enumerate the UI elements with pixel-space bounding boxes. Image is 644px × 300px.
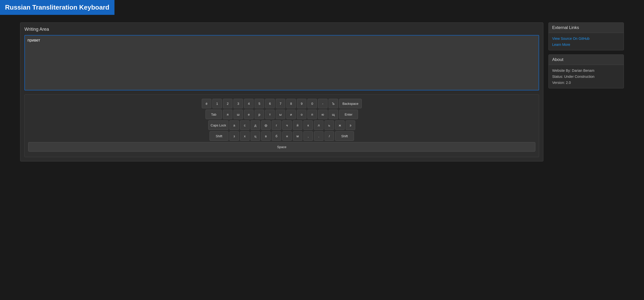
about-panel: About Website By: Darian Benam Status: U… (548, 54, 624, 88)
key-2[interactable]: 2 (223, 99, 232, 108)
keyboard-row-2: Tab я ш е р т ы и о п ю щ Enter (28, 110, 535, 119)
key-pe[interactable]: п (307, 110, 317, 119)
keyboard-area: ё 1 2 3 4 5 6 7 8 9 0 - Ъ Backspace Tab … (24, 94, 539, 157)
key-i[interactable]: и (286, 110, 296, 119)
key-che[interactable]: ч (282, 120, 292, 130)
key-yo[interactable]: ё (202, 99, 211, 108)
key-ye[interactable]: е (244, 110, 254, 119)
learn-more-link[interactable]: Learn More (552, 43, 620, 47)
key-yu[interactable]: ю (318, 110, 328, 119)
key-4[interactable]: 4 (244, 99, 254, 108)
key-en[interactable]: н (282, 131, 292, 141)
key-ya[interactable]: я (223, 110, 232, 119)
key-ze[interactable]: з (229, 131, 239, 141)
key-be[interactable]: б (272, 131, 281, 141)
key-slash[interactable]: / (325, 131, 334, 141)
key-9[interactable]: 9 (297, 99, 306, 108)
writing-textarea[interactable]: привет (24, 35, 539, 90)
key-zhe[interactable]: ж (335, 120, 345, 130)
key-tab[interactable]: Tab (206, 110, 222, 119)
key-period[interactable]: . (314, 131, 324, 141)
key-sha[interactable]: ш (233, 110, 243, 119)
external-links-body: View Source On GitHub Learn More (549, 33, 624, 50)
keyboard-row-1: ё 1 2 3 4 5 6 7 8 9 0 - Ъ Backspace (28, 99, 535, 108)
key-te[interactable]: т (265, 110, 275, 119)
key-el[interactable]: л (314, 120, 324, 130)
external-links-panel: External Links View Source On GitHub Lea… (548, 22, 624, 50)
app-header: Russian Transliteration Keyboard (0, 0, 114, 15)
key-caps-lock[interactable]: Caps Lock (208, 120, 228, 130)
key-o[interactable]: о (297, 110, 306, 119)
main-layout: Writing Area привет ё 1 2 3 4 5 6 7 8 9 … (0, 17, 644, 166)
writing-panel: Writing Area привет ё 1 2 3 4 5 6 7 8 9 … (20, 22, 543, 161)
key-shift-right[interactable]: Shift (335, 131, 354, 141)
keyboard-row-3: Caps Lock а с д ф г ч й к л ь ж э (28, 120, 535, 130)
app-title: Russian Transliteration Keyboard (5, 4, 109, 11)
key-er[interactable]: р (255, 110, 264, 119)
keyboard-row-4: Shift з х ц в б н м , . / Shift (28, 131, 535, 141)
key-5[interactable]: 5 (255, 99, 264, 108)
key-tvyordy-znak[interactable]: Ъ (329, 99, 338, 108)
key-shcha[interactable]: щ (329, 110, 338, 119)
key-ef[interactable]: ф (261, 120, 271, 130)
key-ge[interactable]: г (272, 120, 281, 130)
key-1[interactable]: 1 (212, 99, 222, 108)
key-es[interactable]: с (240, 120, 250, 130)
about-status: Status: Under Construction (552, 75, 620, 79)
key-de[interactable]: д (251, 120, 260, 130)
key-comma[interactable]: , (303, 131, 313, 141)
key-a[interactable]: а (229, 120, 239, 130)
key-kratkoye[interactable]: й (293, 120, 302, 130)
keyboard-row-5: Space (28, 142, 535, 152)
key-0[interactable]: 0 (307, 99, 317, 108)
about-version: Version: 2.0 (552, 81, 620, 85)
about-body: Website By: Darian Benam Status: Under C… (549, 65, 624, 88)
key-6[interactable]: 6 (265, 99, 275, 108)
writing-area-title: Writing Area (24, 27, 539, 32)
key-7[interactable]: 7 (276, 99, 285, 108)
key-ka[interactable]: к (303, 120, 313, 130)
key-3[interactable]: 3 (233, 99, 243, 108)
key-dash[interactable]: - (318, 99, 328, 108)
github-link[interactable]: View Source On GitHub (552, 37, 620, 41)
key-enter[interactable]: Enter (339, 110, 358, 119)
key-myagky-znak[interactable]: ь (325, 120, 334, 130)
key-em[interactable]: м (293, 131, 302, 141)
about-header: About (549, 55, 624, 65)
key-e-oborotnoe[interactable]: э (346, 120, 355, 130)
key-ve[interactable]: в (261, 131, 271, 141)
key-space[interactable]: Space (28, 142, 535, 152)
key-shift-left[interactable]: Shift (210, 131, 228, 141)
about-website-by: Website By: Darian Benam (552, 69, 620, 73)
key-yery[interactable]: ы (276, 110, 285, 119)
key-backspace[interactable]: Backspace (339, 99, 362, 108)
right-sidebar: External Links View Source On GitHub Lea… (548, 22, 624, 88)
external-links-header: External Links (549, 23, 624, 33)
key-ha[interactable]: х (240, 131, 250, 141)
key-tse[interactable]: ц (251, 131, 260, 141)
key-8[interactable]: 8 (286, 99, 296, 108)
